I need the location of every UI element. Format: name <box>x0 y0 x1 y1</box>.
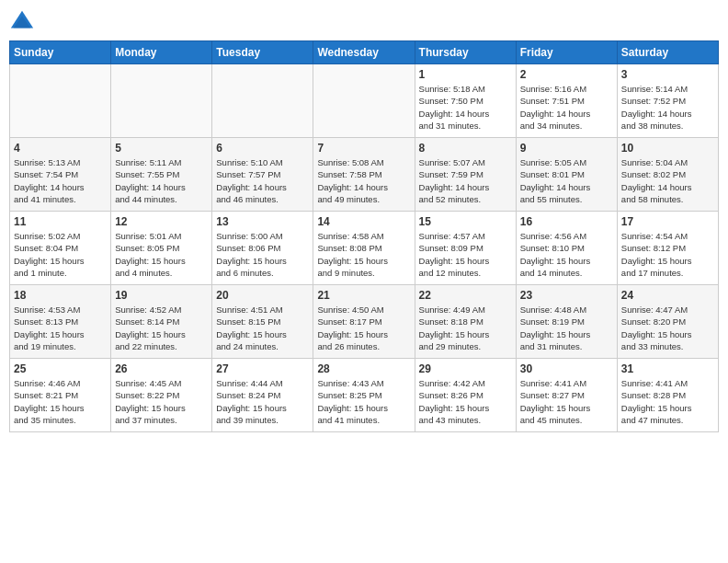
cell-content: Sunrise: 4:43 AM Sunset: 8:25 PM Dayligh… <box>317 377 410 426</box>
day-number: 26 <box>115 362 208 375</box>
cell-content: Sunrise: 4:52 AM Sunset: 8:14 PM Dayligh… <box>115 304 208 352</box>
cell-content: Sunrise: 5:10 AM Sunset: 7:57 PM Dayligh… <box>216 156 309 205</box>
calendar-week-row: 18Sunrise: 4:53 AM Sunset: 8:13 PM Dayli… <box>10 285 719 359</box>
cell-content: Sunrise: 5:04 AM Sunset: 8:02 PM Dayligh… <box>621 156 714 205</box>
calendar-cell: 7Sunrise: 5:08 AM Sunset: 7:58 PM Daylig… <box>313 138 415 212</box>
day-number: 7 <box>317 142 410 155</box>
day-number: 1 <box>419 68 512 81</box>
calendar-week-row: 1Sunrise: 5:18 AM Sunset: 7:50 PM Daylig… <box>10 64 719 138</box>
cell-content: Sunrise: 4:48 AM Sunset: 8:19 PM Dayligh… <box>520 304 613 352</box>
day-number: 17 <box>621 215 714 228</box>
calendar-week-row: 4Sunrise: 5:13 AM Sunset: 7:54 PM Daylig… <box>10 138 719 212</box>
day-header-tuesday: Tuesday <box>212 41 313 64</box>
cell-content: Sunrise: 4:50 AM Sunset: 8:17 PM Dayligh… <box>317 304 410 352</box>
calendar-cell: 17Sunrise: 4:54 AM Sunset: 8:12 PM Dayli… <box>617 212 718 285</box>
calendar-cell: 2Sunrise: 5:16 AM Sunset: 7:51 PM Daylig… <box>516 64 617 138</box>
cell-content: Sunrise: 5:08 AM Sunset: 7:58 PM Dayligh… <box>317 156 410 205</box>
cell-content: Sunrise: 4:46 AM Sunset: 8:21 PM Dayligh… <box>14 377 107 426</box>
day-number: 4 <box>14 142 107 155</box>
day-header-wednesday: Wednesday <box>313 41 415 64</box>
day-number: 25 <box>14 362 107 375</box>
cell-content: Sunrise: 5:02 AM Sunset: 8:04 PM Dayligh… <box>14 230 107 279</box>
calendar-cell: 22Sunrise: 4:49 AM Sunset: 8:18 PM Dayli… <box>415 285 516 359</box>
calendar-cell: 10Sunrise: 5:04 AM Sunset: 8:02 PM Dayli… <box>617 138 718 212</box>
calendar-cell: 5Sunrise: 5:11 AM Sunset: 7:55 PM Daylig… <box>111 138 212 212</box>
day-number: 24 <box>621 289 714 302</box>
cell-content: Sunrise: 5:14 AM Sunset: 7:52 PM Dayligh… <box>621 83 714 132</box>
day-number: 18 <box>14 289 107 302</box>
calendar-cell: 9Sunrise: 5:05 AM Sunset: 8:01 PM Daylig… <box>516 138 617 212</box>
cell-content: Sunrise: 5:18 AM Sunset: 7:50 PM Dayligh… <box>419 83 512 132</box>
calendar-cell: 3Sunrise: 5:14 AM Sunset: 7:52 PM Daylig… <box>617 64 718 138</box>
day-number: 29 <box>419 362 512 375</box>
logo-icon <box>9 9 35 35</box>
calendar-cell: 20Sunrise: 4:51 AM Sunset: 8:15 PM Dayli… <box>212 285 313 359</box>
day-number: 23 <box>520 289 613 302</box>
calendar-cell: 8Sunrise: 5:07 AM Sunset: 7:59 PM Daylig… <box>415 138 516 212</box>
calendar-cell <box>111 64 212 138</box>
day-number: 30 <box>520 362 613 375</box>
calendar-cell: 25Sunrise: 4:46 AM Sunset: 8:21 PM Dayli… <box>10 359 111 432</box>
calendar-cell: 12Sunrise: 5:01 AM Sunset: 8:05 PM Dayli… <box>111 212 212 285</box>
day-number: 9 <box>520 142 613 155</box>
calendar-cell: 27Sunrise: 4:44 AM Sunset: 8:24 PM Dayli… <box>212 359 313 432</box>
day-number: 12 <box>115 215 208 228</box>
calendar-table: SundayMondayTuesdayWednesdayThursdayFrid… <box>9 40 719 432</box>
day-header-friday: Friday <box>516 41 617 64</box>
day-header-monday: Monday <box>111 41 212 64</box>
calendar-cell: 6Sunrise: 5:10 AM Sunset: 7:57 PM Daylig… <box>212 138 313 212</box>
day-number: 31 <box>621 362 714 375</box>
cell-content: Sunrise: 4:44 AM Sunset: 8:24 PM Dayligh… <box>216 377 309 426</box>
cell-content: Sunrise: 4:41 AM Sunset: 8:28 PM Dayligh… <box>621 377 714 426</box>
cell-content: Sunrise: 5:16 AM Sunset: 7:51 PM Dayligh… <box>520 83 613 132</box>
cell-content: Sunrise: 4:49 AM Sunset: 8:18 PM Dayligh… <box>419 304 512 352</box>
calendar-cell: 26Sunrise: 4:45 AM Sunset: 8:22 PM Dayli… <box>111 359 212 432</box>
calendar-cell: 4Sunrise: 5:13 AM Sunset: 7:54 PM Daylig… <box>10 138 111 212</box>
calendar-cell: 29Sunrise: 4:42 AM Sunset: 8:26 PM Dayli… <box>415 359 516 432</box>
day-number: 10 <box>621 142 714 155</box>
day-number: 27 <box>216 362 309 375</box>
day-number: 14 <box>317 215 410 228</box>
calendar-cell: 1Sunrise: 5:18 AM Sunset: 7:50 PM Daylig… <box>415 64 516 138</box>
calendar-cell: 21Sunrise: 4:50 AM Sunset: 8:17 PM Dayli… <box>313 285 415 359</box>
calendar-cell: 14Sunrise: 4:58 AM Sunset: 8:08 PM Dayli… <box>313 212 415 285</box>
cell-content: Sunrise: 4:58 AM Sunset: 8:08 PM Dayligh… <box>317 230 410 279</box>
cell-content: Sunrise: 5:13 AM Sunset: 7:54 PM Dayligh… <box>14 156 107 205</box>
calendar-header-row: SundayMondayTuesdayWednesdayThursdayFrid… <box>10 41 719 64</box>
day-number: 5 <box>115 142 208 155</box>
calendar-cell: 18Sunrise: 4:53 AM Sunset: 8:13 PM Dayli… <box>10 285 111 359</box>
calendar-cell: 15Sunrise: 4:57 AM Sunset: 8:09 PM Dayli… <box>415 212 516 285</box>
cell-content: Sunrise: 5:00 AM Sunset: 8:06 PM Dayligh… <box>216 230 309 279</box>
cell-content: Sunrise: 4:42 AM Sunset: 8:26 PM Dayligh… <box>419 377 512 426</box>
day-number: 21 <box>317 289 410 302</box>
calendar-cell: 11Sunrise: 5:02 AM Sunset: 8:04 PM Dayli… <box>10 212 111 285</box>
calendar-week-row: 11Sunrise: 5:02 AM Sunset: 8:04 PM Dayli… <box>10 212 719 285</box>
calendar-cell <box>10 64 111 138</box>
day-number: 13 <box>216 215 309 228</box>
day-number: 3 <box>621 68 714 81</box>
day-number: 19 <box>115 289 208 302</box>
calendar-cell: 13Sunrise: 5:00 AM Sunset: 8:06 PM Dayli… <box>212 212 313 285</box>
calendar-cell: 19Sunrise: 4:52 AM Sunset: 8:14 PM Dayli… <box>111 285 212 359</box>
calendar-cell: 31Sunrise: 4:41 AM Sunset: 8:28 PM Dayli… <box>617 359 718 432</box>
cell-content: Sunrise: 4:47 AM Sunset: 8:20 PM Dayligh… <box>621 304 714 352</box>
calendar-cell: 23Sunrise: 4:48 AM Sunset: 8:19 PM Dayli… <box>516 285 617 359</box>
cell-content: Sunrise: 5:07 AM Sunset: 7:59 PM Dayligh… <box>419 156 512 205</box>
day-number: 22 <box>419 289 512 302</box>
logo <box>9 9 39 35</box>
cell-content: Sunrise: 4:41 AM Sunset: 8:27 PM Dayligh… <box>520 377 613 426</box>
day-header-saturday: Saturday <box>617 41 718 64</box>
calendar-cell: 16Sunrise: 4:56 AM Sunset: 8:10 PM Dayli… <box>516 212 617 285</box>
day-number: 2 <box>520 68 613 81</box>
day-number: 11 <box>14 215 107 228</box>
cell-content: Sunrise: 5:05 AM Sunset: 8:01 PM Dayligh… <box>520 156 613 205</box>
cell-content: Sunrise: 5:01 AM Sunset: 8:05 PM Dayligh… <box>115 230 208 279</box>
page-header <box>9 9 719 35</box>
calendar-cell <box>313 64 415 138</box>
cell-content: Sunrise: 4:54 AM Sunset: 8:12 PM Dayligh… <box>621 230 714 279</box>
day-number: 8 <box>419 142 512 155</box>
calendar-cell: 28Sunrise: 4:43 AM Sunset: 8:25 PM Dayli… <box>313 359 415 432</box>
day-header-sunday: Sunday <box>10 41 111 64</box>
cell-content: Sunrise: 4:45 AM Sunset: 8:22 PM Dayligh… <box>115 377 208 426</box>
calendar-cell: 24Sunrise: 4:47 AM Sunset: 8:20 PM Dayli… <box>617 285 718 359</box>
